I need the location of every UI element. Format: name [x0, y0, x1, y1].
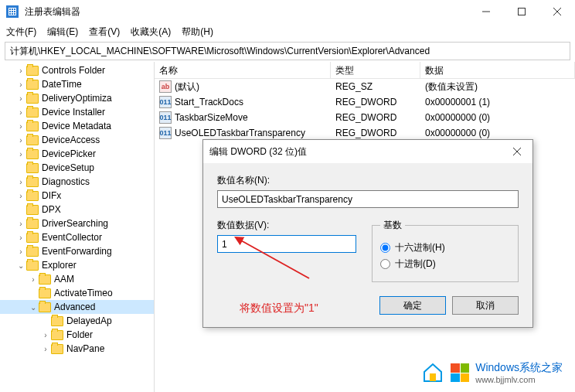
- header-name[interactable]: 名称: [155, 62, 331, 78]
- tree-item-eventforwarding[interactable]: ›EventForwarding: [0, 244, 154, 258]
- tree-item-label: EventCollector: [42, 232, 102, 243]
- cancel-button[interactable]: 取消: [452, 296, 519, 315]
- tree-item-navpane[interactable]: ›NavPane: [0, 342, 154, 356]
- dialog-titlebar[interactable]: 编辑 DWORD (32 位)值: [203, 140, 532, 163]
- tree-item-folder[interactable]: ›Folder: [0, 328, 154, 342]
- tree-item-device-metadata[interactable]: ›Device Metadata: [0, 119, 154, 133]
- radio-dec[interactable]: 十进制(D): [380, 257, 510, 271]
- tree-item-activatetimeo[interactable]: ActivateTimeo: [0, 286, 154, 300]
- tree-twisty-icon[interactable]: ›: [15, 220, 26, 228]
- value-name: Start_TrackDocs: [175, 97, 243, 107]
- tree-twisty-icon[interactable]: ›: [15, 247, 26, 256]
- radio-dec-input[interactable]: [380, 259, 390, 269]
- folder-icon: [26, 191, 39, 201]
- value-data: 0x00000000 (0): [420, 112, 575, 123]
- tree-item-label: DPX: [42, 204, 61, 215]
- value-name: UseOLEDTaskbarTransparency: [175, 128, 305, 138]
- tree-item-diagnostics[interactable]: ›Diagnostics: [0, 175, 154, 189]
- tree-twisty-icon[interactable]: ›: [15, 136, 26, 145]
- tree-twisty-icon[interactable]: ›: [15, 150, 26, 159]
- tree-twisty-icon[interactable]: ›: [40, 331, 51, 339]
- address-bar[interactable]: 计算机\HKEY_LOCAL_MACHINE\SOFTWARE\Microsof…: [5, 42, 570, 60]
- folder-icon: [39, 302, 51, 312]
- tree-item-dpx[interactable]: DPX: [0, 203, 154, 216]
- tree-item-label: Folder: [66, 329, 93, 340]
- menu-view[interactable]: 查看(V): [89, 26, 120, 39]
- maximize-button[interactable]: [504, 0, 539, 23]
- list-row[interactable]: ab(默认)REG_SZ(数值未设置): [155, 79, 575, 94]
- radio-hex-input[interactable]: [380, 243, 390, 253]
- value-type: REG_SZ: [331, 81, 420, 92]
- tree-item-difx[interactable]: ›DIFx: [0, 189, 154, 203]
- tree-item-devicesetup[interactable]: DeviceSetup: [0, 161, 154, 175]
- radio-hex[interactable]: 十六进制(H): [380, 241, 510, 254]
- tree-twisty-icon[interactable]: ›: [28, 275, 39, 284]
- folder-icon: [39, 288, 51, 298]
- tree-twisty-icon[interactable]: ›: [15, 80, 26, 89]
- tree-twisty-icon[interactable]: ›: [15, 233, 26, 242]
- header-type[interactable]: 类型: [331, 62, 420, 78]
- ok-button[interactable]: 确定: [379, 296, 446, 315]
- base-legend: 基数: [380, 219, 405, 232]
- folder-icon: [26, 66, 39, 76]
- tree-twisty-icon[interactable]: ›: [15, 122, 26, 131]
- menu-help[interactable]: 帮助(H): [182, 26, 213, 39]
- tree-twisty-icon[interactable]: ›: [40, 345, 51, 353]
- tree-item-advanced[interactable]: ⌄Advanced: [0, 300, 154, 314]
- tree-twisty-icon[interactable]: ›: [15, 94, 26, 103]
- tree-twisty-icon[interactable]: ›: [15, 66, 26, 75]
- tree-item-label: Diagnostics: [42, 176, 90, 187]
- value-name-input: [217, 190, 519, 208]
- dword-value-icon: 011: [159, 96, 172, 108]
- dword-value-icon: 011: [159, 127, 172, 139]
- folder-icon: [26, 80, 39, 90]
- tree-item-label: DelayedAp: [66, 315, 112, 326]
- tree-item-eventcollector[interactable]: ›EventCollector: [0, 230, 154, 244]
- tree-item-label: Device Installer: [42, 107, 105, 118]
- tree-twisty-icon[interactable]: ›: [15, 178, 26, 186]
- value-data: 0x00000001 (1): [420, 97, 575, 107]
- tree-item-label: DeliveryOptimiza: [42, 93, 112, 104]
- watermark: Windows系统之家 www.bjjmlv.com: [415, 358, 569, 387]
- tree-twisty-icon[interactable]: ⌄: [15, 261, 26, 270]
- windows-logo-icon: [451, 363, 469, 382]
- folder-icon: [26, 205, 39, 215]
- tree-twisty-icon[interactable]: ⌄: [28, 303, 39, 312]
- tree-item-label: Advanced: [54, 302, 95, 312]
- header-data[interactable]: 数据: [420, 62, 575, 78]
- folder-icon: [26, 247, 39, 257]
- dialog-close-button[interactable]: [502, 140, 532, 163]
- menu-edit[interactable]: 编辑(E): [47, 26, 78, 39]
- menu-file[interactable]: 文件(F): [6, 26, 36, 39]
- tree-twisty-icon[interactable]: ›: [15, 108, 26, 117]
- menu-favorites[interactable]: 收藏夹(A): [131, 26, 171, 39]
- close-button[interactable]: [539, 0, 575, 23]
- edit-dword-dialog: 编辑 DWORD (32 位)值 数值名称(N): 数值数据(V): 基数 十六…: [202, 139, 533, 328]
- tree-item-aam[interactable]: ›AAM: [0, 272, 154, 286]
- tree-item-delayedap[interactable]: DelayedAp: [0, 314, 154, 328]
- value-name: (默认): [175, 80, 199, 94]
- tree-item-label: DeviceAccess: [42, 135, 100, 145]
- value-type: REG_DWORD: [331, 97, 420, 107]
- tree-item-deliveryoptimiza[interactable]: ›DeliveryOptimiza: [0, 91, 154, 105]
- list-row[interactable]: 011Start_TrackDocsREG_DWORD0x00000001 (1…: [155, 94, 575, 110]
- tree-item-deviceaccess[interactable]: ›DeviceAccess: [0, 133, 154, 147]
- tree-item-datetime[interactable]: ›DateTime: [0, 77, 154, 91]
- tree-item-controls-folder[interactable]: ›Controls Folder: [0, 63, 154, 77]
- base-fieldset: 基数 十六进制(H) 十进制(D): [372, 219, 519, 282]
- list-row[interactable]: 011UseOLEDTaskbarTransparencyREG_DWORD0x…: [155, 125, 575, 141]
- tree-item-label: DIFx: [42, 190, 61, 201]
- minimize-button[interactable]: [468, 0, 504, 23]
- value-data-input[interactable]: [217, 235, 356, 253]
- list-header: 名称 类型 数据: [155, 62, 575, 79]
- tree-item-devicepicker[interactable]: ›DevicePicker: [0, 147, 154, 161]
- tree-panel[interactable]: ›Controls Folder›DateTime›DeliveryOptimi…: [0, 62, 155, 392]
- tree-item-device-installer[interactable]: ›Device Installer: [0, 105, 154, 119]
- dialog-title-text: 编辑 DWORD (32 位)值: [209, 145, 307, 159]
- tree-item-driversearching[interactable]: ›DriverSearching: [0, 216, 154, 230]
- tree-item-explorer[interactable]: ⌄Explorer: [0, 258, 154, 272]
- radio-hex-label: 十六进制(H): [395, 241, 445, 254]
- list-row[interactable]: 011TaskbarSizeMoveREG_DWORD0x00000000 (0…: [155, 110, 575, 125]
- tree-twisty-icon[interactable]: ›: [15, 192, 26, 200]
- folder-icon: [26, 261, 39, 271]
